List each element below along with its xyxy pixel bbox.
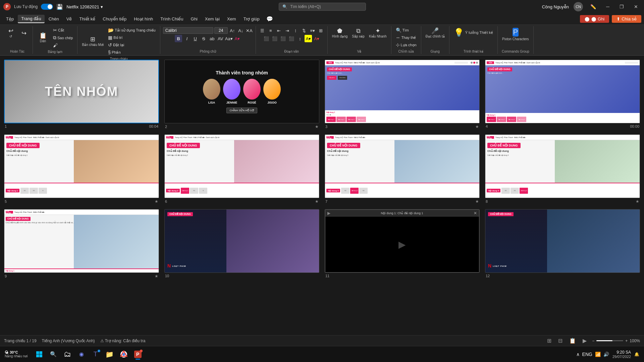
strikethrough-button[interactable]: S [200, 35, 207, 42]
reset-button[interactable]: ↺Đặt lại [106, 42, 157, 48]
font-increase-button[interactable]: A↑ [229, 27, 236, 34]
undo-button[interactable]: ↩↺ [5, 27, 17, 39]
notifications-icon[interactable]: 🔔 [634, 352, 639, 357]
record-button[interactable]: ⬤ ⬤ Ghi [580, 15, 609, 23]
search-box[interactable]: 🔍 Tìm kiếm (Alt+Q) [279, 3, 366, 11]
new-slide-button[interactable]: ⊞ Bản chiếu Mới [80, 35, 105, 48]
menu-draw[interactable]: Vẽ [63, 15, 75, 23]
cut-button[interactable]: ✂Cắt [51, 27, 74, 34]
align-right-button[interactable]: ⬛ [279, 35, 287, 42]
find-button[interactable]: 🔍Tìm [394, 27, 418, 34]
restore-button[interactable]: ❐ [617, 3, 627, 11]
clock-widget[interactable]: 9:20 SA 29/07/2022 [612, 350, 631, 359]
slide-thumb-5[interactable]: TÊN NHÓM Trang chủPhim ThànhMới & Phổ bi… [4, 134, 159, 204]
increase-indent-button[interactable]: ⇥ [284, 27, 291, 34]
layout-button[interactable]: ▦Bố trí [106, 34, 157, 41]
taskbar-app-powerpoint[interactable]: P [132, 348, 144, 360]
font-size-input[interactable] [214, 27, 228, 34]
menu-home[interactable]: Trang đầu [18, 15, 45, 23]
slide11-close-icon[interactable]: ✕ [474, 211, 477, 216]
slide-thumb-7[interactable]: TÊN NHÓM Trang chủPhim ThànhMới & Phổ bi… [325, 134, 480, 204]
normal-view-button[interactable]: ⊞ [546, 337, 553, 345]
line-spacing-button[interactable]: ↕ [296, 35, 304, 42]
taskbar-app-explorer[interactable]: 🗂 [61, 348, 73, 360]
menu-help[interactable]: Trợ giúp [240, 15, 263, 23]
numbering-button[interactable]: ≡ [267, 27, 274, 34]
taskbar-app-files[interactable]: 📁 [104, 348, 116, 360]
bold-button[interactable]: B [175, 35, 182, 42]
copy-button[interactable]: ⧉Sao chép [51, 34, 74, 41]
paste-button[interactable]: 📋Dán [36, 32, 50, 44]
underline-button[interactable]: U [192, 35, 199, 42]
section-button[interactable]: §Phần [106, 49, 157, 56]
language-info[interactable]: Tiếng Anh (Vương Quốc Anh) [42, 339, 95, 343]
shapes-button[interactable]: ⬟Hình dạng [330, 27, 350, 39]
align-text-button[interactable]: ≡▾ [309, 27, 316, 34]
pixton-button[interactable]: P Pixton Characters [500, 27, 530, 42]
character-spacing-button[interactable]: AV [217, 35, 224, 42]
save-icon[interactable]: 💾 [56, 4, 63, 10]
slide-thumb-3[interactable]: TÊN Trang chủ Phim Thành Mới & Phổ biến … [325, 60, 480, 129]
comment-button[interactable]: 💬 [264, 14, 276, 23]
close-button[interactable]: ✕ [631, 3, 641, 11]
window-edit-icon[interactable]: ✏️ [588, 3, 599, 11]
taskbar-app-teams[interactable]: T 2 [90, 348, 102, 360]
columns-button[interactable]: ⫶ [292, 27, 300, 34]
slide-thumb-8[interactable]: TÊN NHÓM Trang chủPhim ThànhMới & Phổ bi… [485, 134, 640, 204]
slide-thumb-6[interactable]: TÊN NHÓM Trang chủPhim ThànhMới & Phổ bi… [164, 134, 319, 204]
design-ideas-button[interactable]: 💡 Ý tưởng Thiết kế [452, 27, 495, 38]
arrange-button[interactable]: ⧉Sắp xếp [350, 27, 366, 39]
justify-button[interactable]: ⬛ [288, 35, 295, 42]
smartart-button[interactable]: ⊞ [317, 27, 325, 34]
share-button[interactable]: ⬆ Chia sẻ [612, 15, 641, 23]
zoom-out-icon[interactable]: − [592, 339, 594, 343]
file-name[interactable]: Netflix 12082021 ▾ [66, 4, 103, 9]
minimize-button[interactable]: ─ [603, 3, 612, 11]
align-left-button[interactable]: ⬛ [263, 35, 270, 42]
reuse-slides-button[interactable]: 📂Tải sử dụng Trang chiếu [106, 27, 157, 34]
font-name-input[interactable] [163, 27, 213, 34]
font-color-2-button[interactable]: A▾ [313, 35, 320, 42]
start-button[interactable] [33, 348, 45, 360]
slide-thumb-1[interactable]: TÊN NHÓM 1 00:04 [4, 60, 159, 129]
font-decrease-button[interactable]: A↓ [237, 27, 245, 34]
slide-sorter-button[interactable]: ⊟ [557, 337, 564, 345]
shadow-button[interactable]: ab [208, 35, 216, 42]
auto-save-toggle[interactable] [41, 4, 53, 10]
quick-styles-button[interactable]: ✦Kiểu Nhanh [367, 27, 388, 39]
redo-button[interactable]: ↪ [18, 29, 30, 37]
taskbar-app-cortana[interactable]: ◉ [75, 348, 88, 360]
slide-thumb-11[interactable]: ▶ Nội dung 1: Chủ đề nội dung 1 ✕ ▶ 11 [325, 209, 480, 279]
menu-review[interactable]: Xem lại [202, 15, 223, 23]
select-button[interactable]: ⊹Lựa chọn [394, 42, 418, 48]
menu-view[interactable]: Xem [224, 15, 239, 23]
menu-animations[interactable]: Hoạt hình [130, 15, 156, 23]
replace-button[interactable]: ↔Thay thế [394, 34, 418, 41]
tray-up-icon[interactable]: ∧ [576, 352, 580, 357]
slide-thumb-12[interactable]: CHỦ ĐỀ NỘI DUNG N LOẠT PHIM 12 [485, 209, 640, 279]
italic-button[interactable]: I [183, 35, 191, 42]
search-taskbar-button[interactable]: 🔍 [47, 348, 59, 360]
format-painter-button[interactable]: 🖌 [51, 42, 74, 49]
menu-transitions[interactable]: Chuyển tiếp [99, 15, 130, 23]
menu-slideshow[interactable]: Trình Chiếu [157, 15, 186, 23]
menu-design[interactable]: Thiết kế [76, 15, 99, 23]
menu-record[interactable]: Ghi [187, 15, 201, 23]
decrease-indent-button[interactable]: ⇤ [275, 27, 283, 34]
lang-label[interactable]: ENG [582, 352, 592, 357]
wifi-icon[interactable]: 📶 [595, 352, 601, 357]
font-color-button[interactable]: A▾ [233, 35, 241, 42]
highlight-button[interactable]: A▾ [305, 35, 312, 42]
clear-format-button[interactable]: ✕A [246, 27, 253, 34]
zoom-slider[interactable] [596, 340, 623, 341]
reading-view-button[interactable]: 📋 [568, 337, 577, 345]
align-center-button[interactable]: ⬛ [271, 35, 278, 42]
menu-insert[interactable]: Chèn [45, 15, 62, 23]
accessibility-info[interactable]: ⚠ Trợ năng: Cần điều tra [100, 339, 146, 343]
dictate-button[interactable]: 🎤Đọc chính tả [424, 27, 446, 39]
slide-thumb-10[interactable]: CHỦ ĐỀ NỘI DUNG N LOẠT PHIM 10 [164, 209, 319, 279]
user-avatar[interactable]: CN [574, 2, 583, 11]
slide-thumb-2[interactable]: Thành viên trong nhóm LISA JENNIE ROS [164, 60, 319, 129]
zoom-in-icon[interactable]: + [625, 339, 628, 343]
bullets-button[interactable]: ☰ [259, 27, 266, 34]
